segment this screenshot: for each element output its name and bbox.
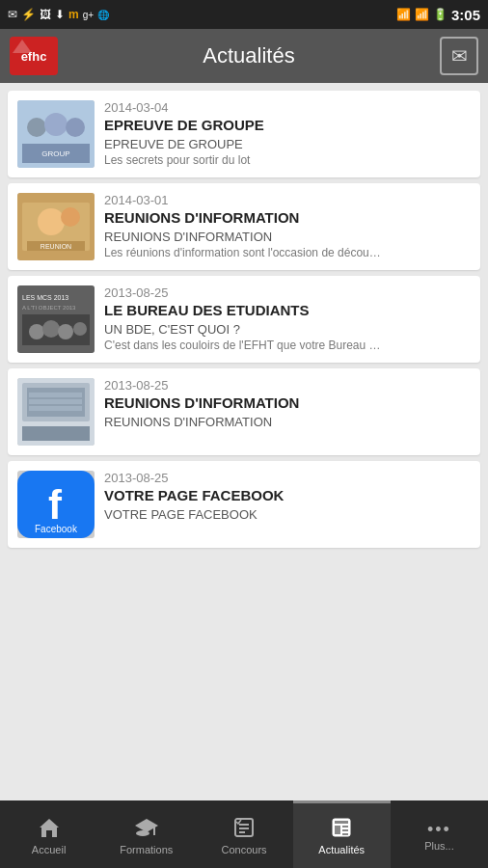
svg-rect-41 xyxy=(335,826,340,834)
nav-label-formations: Formations xyxy=(120,844,173,855)
news-title-4: VOTRE PAGE FACEBOOK xyxy=(104,487,471,504)
svg-point-19 xyxy=(73,322,87,336)
status-bar: ✉ ⚡ 🖼 ⬇ m g+ 🌐 📶 📶 🔋 3:05 xyxy=(0,0,488,29)
news-item-3[interactable]: 2013-08-25 REUNIONS D'INFORMATION REUNIO… xyxy=(8,368,480,455)
news-desc-0: Les secrets pour sortir du lot xyxy=(104,153,384,167)
news-desc-1: Les réunions d'information sont l'occasi… xyxy=(104,246,384,259)
news-title-0: EPREUVE DE GROUPE xyxy=(104,117,471,134)
svg-marker-31 xyxy=(40,819,59,837)
time-display: 3:05 xyxy=(451,7,480,23)
news-item-1[interactable]: REUNION 2014-03-01 REUNIONS D'INFORMATIO… xyxy=(8,183,480,270)
thumb-image-2: LES MCS 2013 A L'TI OBJECT 2013 xyxy=(17,285,95,353)
news-item-0[interactable]: GROUP 2014-03-04 EPREUVE DE GROUPE EPREU… xyxy=(8,91,480,177)
svg-text:GROUP: GROUP xyxy=(41,149,69,158)
nav-label-accueil: Accueil xyxy=(32,844,66,855)
news-list: GROUP 2014-03-04 EPREUVE DE GROUPE EPREU… xyxy=(0,83,488,800)
svg-point-8 xyxy=(38,208,65,235)
news-thumb-3 xyxy=(17,378,95,446)
news-date-0: 2014-03-04 xyxy=(104,100,471,115)
news-thumb-4: f Facebook xyxy=(17,471,95,538)
svg-text:A L'TI OBJECT 2013: A L'TI OBJECT 2013 xyxy=(22,305,76,311)
svg-point-9 xyxy=(61,207,80,227)
mail-icon: ✉ xyxy=(451,44,468,68)
news-title-3: REUNIONS D'INFORMATION xyxy=(104,394,471,412)
download-icon: ⬇ xyxy=(55,8,65,21)
mail-status-icon: ✉ xyxy=(8,8,17,21)
news-text-0: 2014-03-04 EPREUVE DE GROUPE EPREUVE DE … xyxy=(104,100,471,167)
svg-point-3 xyxy=(66,118,85,137)
signal-icon: 📶 xyxy=(415,8,429,21)
svg-point-16 xyxy=(29,324,44,339)
nav-label-actualites: Actualités xyxy=(318,844,365,855)
svg-rect-25 xyxy=(29,406,82,411)
svg-text:Facebook: Facebook xyxy=(35,524,78,534)
svg-rect-26 xyxy=(22,426,90,441)
svg-rect-23 xyxy=(29,393,82,397)
battery-icon: 🔋 xyxy=(433,8,447,21)
svg-point-34 xyxy=(136,830,149,836)
graduation-icon xyxy=(134,817,159,842)
svg-rect-44 xyxy=(342,833,348,835)
svg-rect-24 xyxy=(29,399,82,404)
browser-icon: 🌐 xyxy=(97,10,109,20)
nav-item-concours[interactable]: Concours xyxy=(195,800,292,868)
svg-rect-43 xyxy=(342,829,348,831)
nav-item-formations[interactable]: Formations xyxy=(97,800,195,868)
thumb-image-0: GROUP xyxy=(17,100,95,168)
more-icon: ••• xyxy=(427,821,451,838)
mail-button[interactable]: ✉ xyxy=(440,37,478,75)
news-date-2: 2013-08-25 xyxy=(104,285,471,300)
status-icons-left: ✉ ⚡ 🖼 ⬇ m g+ 🌐 xyxy=(8,8,109,21)
news-text-4: 2013-08-25 VOTRE PAGE FACEBOOK VOTRE PAG… xyxy=(104,471,471,524)
news-text-3: 2013-08-25 REUNIONS D'INFORMATION REUNIO… xyxy=(104,378,471,431)
gplus-icon: g+ xyxy=(83,10,94,20)
svg-text:REUNION: REUNION xyxy=(41,243,71,250)
checklist-icon xyxy=(233,817,255,842)
news-thumb-0: GROUP xyxy=(17,100,95,168)
news-subtitle-1: REUNIONS D'INFORMATION xyxy=(104,230,471,244)
news-subtitle-4: VOTRE PAGE FACEBOOK xyxy=(104,507,471,522)
image-icon: 🖼 xyxy=(40,8,51,21)
home-icon xyxy=(38,817,61,842)
news-icon xyxy=(331,817,352,842)
m-icon: m xyxy=(68,8,79,21)
news-thumb-2: LES MCS 2013 A L'TI OBJECT 2013 xyxy=(17,285,95,353)
nav-item-accueil[interactable]: Accueil xyxy=(0,800,97,868)
news-date-1: 2014-03-01 xyxy=(104,193,471,207)
svg-text:f: f xyxy=(48,482,63,528)
news-date-4: 2013-08-25 xyxy=(104,471,471,485)
news-subtitle-3: REUNIONS D'INFORMATION xyxy=(104,415,471,429)
news-title-1: REUNIONS D'INFORMATION xyxy=(104,209,471,227)
news-text-1: 2014-03-01 REUNIONS D'INFORMATION REUNIO… xyxy=(104,193,471,259)
nav-label-plus: Plus... xyxy=(424,840,454,852)
svg-rect-42 xyxy=(342,826,348,827)
app-header: efhc Actualités ✉ xyxy=(0,29,488,83)
nav-label-concours: Concours xyxy=(221,844,266,855)
nav-item-plus[interactable]: ••• Plus... xyxy=(391,800,488,868)
thumb-image-1: REUNION xyxy=(17,193,95,260)
news-subtitle-0: EPREUVE DE GROUPE xyxy=(104,137,471,151)
news-title-2: LE BUREAU DES ETUDIANTS xyxy=(104,302,471,319)
news-subtitle-2: UN BDE, C'EST QUOI ? xyxy=(104,322,471,337)
wifi-icon: 📶 xyxy=(396,8,411,21)
thumb-image-4: f Facebook xyxy=(17,471,95,538)
page-title: Actualités xyxy=(58,43,440,68)
bottom-nav: Accueil Formations Concours xyxy=(0,800,488,868)
news-item-4[interactable]: f Facebook 2013-08-25 VOTRE PAGE FACEBOO… xyxy=(8,461,480,548)
news-date-3: 2013-08-25 xyxy=(104,378,471,393)
svg-point-18 xyxy=(58,324,73,339)
svg-rect-33 xyxy=(153,826,155,835)
news-desc-2: C'est dans les couloirs de l'EFHT que vo… xyxy=(104,339,384,352)
svg-point-2 xyxy=(44,113,68,136)
lightning-icon: ⚡ xyxy=(21,8,36,21)
nav-item-actualites[interactable]: Actualités xyxy=(293,800,391,868)
thumb-image-3 xyxy=(17,378,95,446)
svg-rect-40 xyxy=(335,821,348,824)
app-logo: efhc xyxy=(10,37,58,75)
news-item-2[interactable]: LES MCS 2013 A L'TI OBJECT 2013 2013-08-… xyxy=(8,276,480,363)
svg-text:LES MCS 2013: LES MCS 2013 xyxy=(22,294,68,301)
svg-point-17 xyxy=(42,320,60,338)
news-thumb-1: REUNION xyxy=(17,193,95,260)
news-text-2: 2013-08-25 LE BUREAU DES ETUDIANTS UN BD… xyxy=(104,285,471,352)
svg-point-1 xyxy=(27,118,46,137)
